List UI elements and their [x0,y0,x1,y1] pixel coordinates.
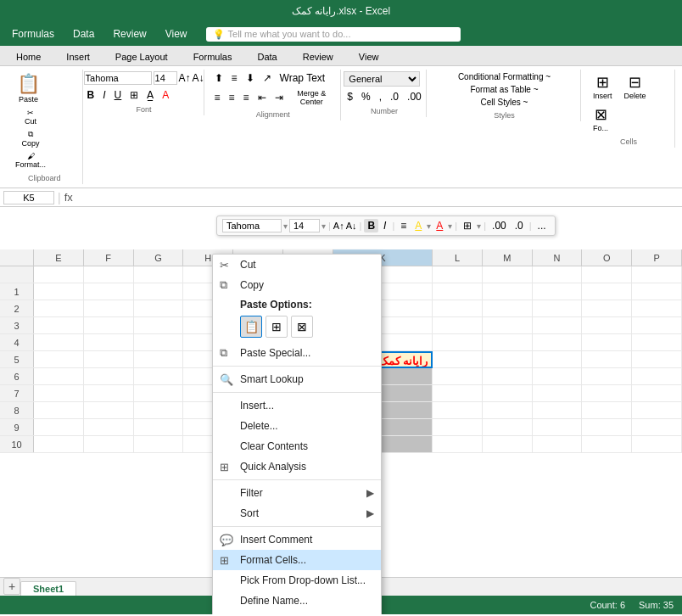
sheet-tab-sheet1[interactable]: Sheet1 [20,581,76,596]
align-top-button[interactable]: ⬆ [211,71,226,85]
format-painter-button[interactable]: 🖌Format... [12,150,49,171]
tab-home[interactable]: Home [3,48,53,65]
ctx-paste-special[interactable]: ⧉ Paste Special... [213,343,381,363]
menu-formulas[interactable]: Formulas [3,25,63,42]
align-center-button[interactable]: ≡ [226,88,238,107]
bold-button[interactable]: B [84,88,98,102]
cell[interactable] [134,419,184,435]
cell[interactable] [84,368,134,384]
cell[interactable] [632,436,682,452]
cell[interactable] [582,266,632,283]
cell[interactable] [582,317,632,333]
sheet-add-button[interactable]: + [3,578,20,595]
conditional-formatting-button[interactable]: Conditional Formatting ~ [455,71,554,82]
cell[interactable] [632,419,682,435]
mini-increase-decimal-button[interactable]: .0 [512,219,527,232]
col-l[interactable]: L [433,249,483,266]
ctx-define-name[interactable]: Define Name... [213,591,381,611]
mini-more-button[interactable]: ... [534,219,550,232]
ctx-clear-contents[interactable]: Clear Contents [213,436,381,456]
cell[interactable] [533,283,583,300]
ctx-hyperlink[interactable]: 🔗 Hyperlink... [213,611,381,614]
col-m[interactable]: M [483,249,533,266]
cell[interactable] [134,351,184,367]
cell[interactable] [134,266,184,283]
cell[interactable] [84,266,134,283]
cell[interactable] [582,436,632,452]
cell-styles-button[interactable]: Cell Styles ~ [478,97,532,108]
cell[interactable] [533,300,583,316]
cell[interactable] [582,368,632,384]
mini-fill-button[interactable]: A [411,219,425,232]
cell[interactable] [632,368,682,384]
cell[interactable] [632,283,682,300]
font-size-input[interactable] [154,71,177,85]
increase-indent-button[interactable]: ⇥ [271,88,287,107]
increase-decimal-button[interactable]: .00 [404,90,425,104]
col-n[interactable]: N [533,249,583,266]
cell[interactable] [433,385,483,401]
insert-cells-button[interactable]: ⊞ Insert [588,71,618,102]
cell[interactable] [34,385,84,401]
cell[interactable] [134,317,184,333]
cell[interactable] [483,436,533,452]
font-color-button[interactable]: A [159,88,172,102]
paste-button[interactable]: 📋 Paste [12,71,45,105]
cell[interactable] [433,419,483,435]
cell[interactable] [483,419,533,435]
cell[interactable] [84,402,134,418]
cell[interactable] [582,385,632,401]
cell[interactable] [34,334,84,350]
cell[interactable] [34,266,84,283]
cell[interactable] [632,300,682,316]
mini-align-button[interactable]: ≡ [397,219,410,232]
mini-decrease-decimal-button[interactable]: .00 [489,219,510,232]
mini-border-button[interactable]: ⊞ [460,219,475,232]
number-format-select[interactable]: General [344,71,420,87]
mini-font-size[interactable] [289,219,320,232]
tab-data[interactable]: Data [244,48,289,65]
ctx-quick-analysis[interactable]: ⊞ Quick Analysis [213,456,381,477]
percent-button[interactable]: % [358,90,374,104]
currency-button[interactable]: $ [344,90,356,104]
menu-data[interactable]: Data [64,25,103,42]
align-right-button[interactable]: ≡ [240,88,253,107]
ctx-format-cells[interactable]: ⊞ Format Cells... [213,550,381,570]
ctx-smart-lookup[interactable]: 🔍 Smart Lookup [213,369,381,389]
mini-bold-button[interactable]: B [364,219,378,232]
cell[interactable] [34,368,84,384]
align-left-button[interactable]: ≡ [211,88,224,107]
tab-review[interactable]: Review [290,48,346,65]
tab-view[interactable]: View [346,48,392,65]
tab-formulas[interactable]: Formulas [181,48,245,65]
cell[interactable] [533,402,583,418]
font-name-input[interactable] [84,71,152,85]
menu-view[interactable]: View [157,25,196,42]
cell[interactable] [433,402,483,418]
cell[interactable] [533,419,583,435]
mini-italic-button[interactable]: I [380,219,389,232]
cell[interactable] [34,436,84,452]
cell[interactable] [134,436,184,452]
ctx-pick-dropdown[interactable]: Pick From Drop-down List... [213,570,381,591]
decrease-font-icon[interactable]: A↓ [193,72,204,84]
cell[interactable] [632,402,682,418]
cell[interactable] [84,300,134,316]
decrease-indent-button[interactable]: ⇤ [254,88,270,107]
cell[interactable] [533,351,583,367]
cell[interactable] [533,368,583,384]
cell[interactable] [632,317,682,333]
mini-grow-icon[interactable]: A↑ [333,221,344,231]
mini-font-name[interactable] [222,219,282,232]
cell[interactable] [483,300,533,316]
align-middle-button[interactable]: ≡ [228,71,241,85]
cell[interactable] [433,283,483,300]
cell[interactable] [134,300,184,316]
decrease-decimal-button[interactable]: .0 [387,90,402,104]
cell[interactable] [632,385,682,401]
cell[interactable] [582,419,632,435]
cell[interactable] [483,317,533,333]
ctx-copy[interactable]: ⧉ Copy [213,275,381,295]
cell[interactable] [433,317,483,333]
cell[interactable] [84,436,134,452]
